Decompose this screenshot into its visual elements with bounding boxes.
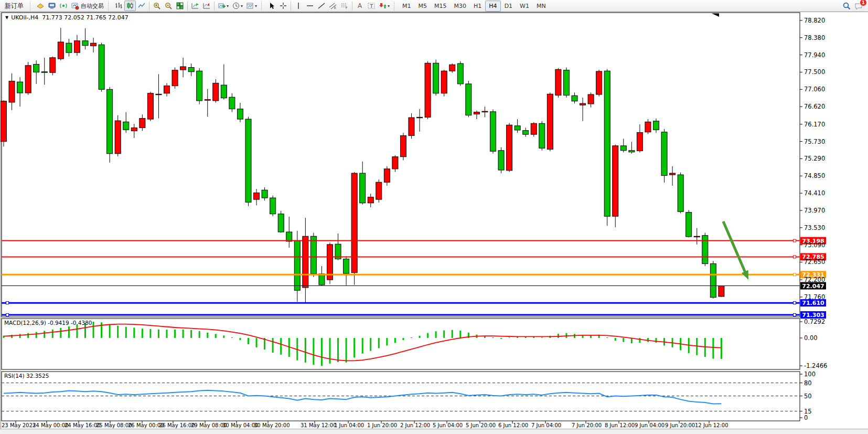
auto-scroll-icon xyxy=(191,2,199,10)
svg-text:71.610: 71.610 xyxy=(802,300,824,306)
auto-scroll-button[interactable] xyxy=(189,1,201,11)
signal-button[interactable] xyxy=(58,1,69,11)
period-button-mn[interactable]: MN xyxy=(533,1,550,12)
vertical-line-button[interactable] xyxy=(293,1,304,11)
line-handle[interactable] xyxy=(794,273,796,276)
price-tick-label: 78.820 xyxy=(804,17,825,24)
date-tick-label: 26 May 16:00 xyxy=(159,422,195,428)
trendline-button[interactable] xyxy=(316,1,327,11)
cursor-button[interactable] xyxy=(266,1,277,11)
line-handle[interactable] xyxy=(794,239,796,242)
price-tick-label: 71.760 xyxy=(804,293,825,301)
date-tick-label: 8 Jun 12:00 xyxy=(605,422,635,428)
dropdown-caret: ▾ xyxy=(388,4,390,8)
period-button-h4[interactable]: H4 xyxy=(485,1,500,12)
periods-button[interactable]: ▾ xyxy=(230,1,244,11)
chat-button[interactable]: 1 xyxy=(853,1,865,11)
vertical-line-icon xyxy=(294,2,303,10)
macd-name: MACD(12,26,9) xyxy=(4,320,46,326)
price-tick-label: 76.620 xyxy=(804,103,825,110)
rsi-name: RSI(14) xyxy=(4,373,25,379)
autotrading-button[interactable]: 自动交易 xyxy=(69,1,105,11)
trendline-icon xyxy=(317,2,326,10)
price-tick-label: 72.200 xyxy=(804,276,825,283)
line-handle[interactable] xyxy=(6,314,9,316)
zoom-in-button[interactable] xyxy=(151,1,163,11)
status-strip xyxy=(0,429,868,434)
price-tick-label: 77.500 xyxy=(804,68,825,76)
period-button-m5[interactable]: M5 xyxy=(415,1,431,12)
signal-icon xyxy=(59,2,68,10)
bar-chart-button[interactable] xyxy=(113,1,124,11)
bar-chart-icon xyxy=(114,2,123,10)
candlestick-chart-button[interactable] xyxy=(124,1,136,11)
equidistant-channel-icon: E xyxy=(329,2,337,10)
candlestick-chart-icon xyxy=(126,2,134,10)
templates-button[interactable]: ▾ xyxy=(244,1,259,11)
chart-ohlc-values: 71.773 72.052 71.765 72.047 xyxy=(42,14,128,21)
autotrading-icon xyxy=(71,2,79,10)
price-tick-label: 74.410 xyxy=(804,189,825,197)
period-button-m1[interactable]: M1 xyxy=(399,1,415,12)
search-button[interactable] xyxy=(841,1,853,11)
date-tick-label: 25 May 08:00 xyxy=(96,422,132,428)
date-tick-label: 9 Jun 04:00 xyxy=(635,422,665,428)
crosshair-button[interactable] xyxy=(277,1,289,11)
toolbar-separator xyxy=(352,2,352,10)
chart-area[interactable]: 73.19872.78572.33172.04771.61071.30378.8… xyxy=(0,0,868,434)
svg-text:A: A xyxy=(358,2,362,9)
rsi-tick-label: 80 xyxy=(804,379,812,387)
fibonacci-button[interactable]: F xyxy=(339,1,350,11)
line-chart-button[interactable] xyxy=(136,1,147,11)
macd-indicator-label: MACD(12,26,9) -0.9419 -0.4380 xyxy=(4,320,92,326)
line-chart-icon xyxy=(137,2,146,10)
line-handle[interactable] xyxy=(794,302,796,304)
price-tick-label: 72.650 xyxy=(804,258,825,266)
date-tick-label: 12 Jun 12:00 xyxy=(695,422,728,428)
chart-shift-icon xyxy=(202,2,211,10)
dropdown-caret: ▾ xyxy=(255,4,257,8)
terminal-icon xyxy=(48,2,56,10)
toolbar-separator xyxy=(149,2,149,10)
period-button-h1[interactable]: H1 xyxy=(470,1,485,12)
period-button-w1[interactable]: W1 xyxy=(516,1,533,12)
line-handle[interactable] xyxy=(794,256,796,258)
date-tick-label: 1 Jun 04:00 xyxy=(334,422,364,428)
date-tick-label: 5 Jun 20:00 xyxy=(466,422,496,428)
price-tick-label: 75.290 xyxy=(804,155,825,162)
arrows-icon xyxy=(379,2,387,10)
templates-icon xyxy=(246,2,254,10)
toolbar-grip xyxy=(261,2,264,10)
date-tick-label: 2 Jun 12:00 xyxy=(400,422,430,428)
period-button-m15[interactable]: M15 xyxy=(431,1,451,12)
data-window-button[interactable] xyxy=(35,1,46,11)
svg-text:T: T xyxy=(370,4,373,9)
fibonacci-icon: F xyxy=(340,2,349,10)
line-handle[interactable] xyxy=(794,314,796,316)
zoom-out-button[interactable] xyxy=(163,1,174,11)
tile-windows-icon xyxy=(176,2,184,10)
period-button-d1[interactable]: D1 xyxy=(501,1,516,12)
price-tick-label: 75.730 xyxy=(804,138,825,145)
date-tick-label: 5 Jun 04:00 xyxy=(433,422,463,428)
chart-shift-button[interactable] xyxy=(201,1,212,11)
toolbar-separator xyxy=(291,2,291,10)
terminal-button[interactable] xyxy=(46,1,58,11)
chart-menu-icon[interactable]: ▼ xyxy=(5,15,8,20)
zoom-out-icon xyxy=(164,2,173,10)
indicators-button[interactable]: ▾ xyxy=(216,1,230,11)
rsi-value: 32.3525 xyxy=(26,373,49,379)
text-button[interactable]: A xyxy=(354,1,366,11)
arrows-button[interactable]: ▾ xyxy=(377,1,391,11)
period-button-m30[interactable]: M30 xyxy=(451,1,470,12)
svg-text:E: E xyxy=(334,6,336,9)
periods-icon xyxy=(232,2,240,10)
new-order-button[interactable]: 新订单 xyxy=(1,1,27,11)
horizontal-line-button[interactable] xyxy=(304,1,316,11)
line-handle[interactable] xyxy=(6,302,9,304)
text-label-button[interactable]: T xyxy=(366,1,377,11)
tile-windows-button[interactable] xyxy=(174,1,186,11)
text-label-icon: T xyxy=(367,2,376,10)
equidistant-channel-button[interactable]: E xyxy=(327,1,339,11)
data-window-icon xyxy=(36,2,45,10)
